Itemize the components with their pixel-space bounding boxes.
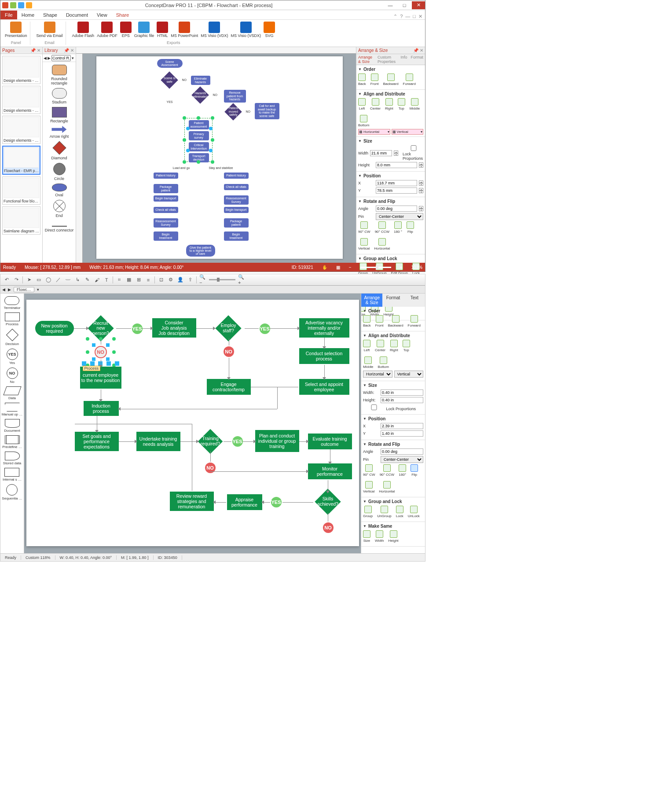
shape-yes[interactable]: YESYes [7, 349, 18, 365]
user-icon[interactable]: 👤 [177, 276, 184, 283]
node-check-vitals-r[interactable]: Check all vitals [224, 184, 249, 190]
zoom-slider[interactable] [360, 267, 391, 268]
shape-decision[interactable]: Decision [5, 329, 19, 346]
minimize-button[interactable]: — [384, 1, 397, 9]
height-down[interactable]: ▾ [419, 165, 423, 168]
shape-document[interactable]: Document [4, 419, 20, 433]
send-email-button[interactable]: Send via Email [37, 22, 63, 38]
drawing-page[interactable]: Scene Assessment Scene is safe NO Elimin… [96, 56, 343, 259]
p2-y-input[interactable] [381, 430, 423, 437]
node-begin-transport-r[interactable]: Begin transport [224, 207, 249, 213]
snap-tool-icon[interactable]: ⌗ [116, 276, 123, 283]
node-set-goals[interactable]: Set goals and performance expectations [75, 432, 119, 451]
inner-max-icon[interactable]: □ [413, 14, 416, 19]
p2-order-backward[interactable]: Backward [388, 315, 403, 327]
props-tab-arrange[interactable]: Arrange & Size [356, 54, 376, 65]
group-button[interactable]: Group [358, 263, 368, 275]
lib-diamond[interactable]: Diamond [51, 141, 67, 160]
align-center-button[interactable]: Center [370, 98, 381, 110]
page-thumb-swimlane-approval[interactable]: Swimlane diagram - Appr… [2, 206, 40, 235]
canvas-area[interactable]: Scene Assessment Scene is safe NO Elimin… [76, 47, 356, 263]
align-right-button[interactable]: Right [385, 98, 393, 110]
lib-arrow-right[interactable]: Arrow right [50, 126, 69, 139]
pointer-tool-icon[interactable]: ➤ [26, 276, 33, 283]
pin-select[interactable]: Center-Center [376, 213, 423, 220]
p2-align-center[interactable]: Center [375, 340, 385, 352]
doc-tab[interactable]: Flowc… [14, 287, 34, 292]
library-search-input[interactable] [51, 55, 71, 61]
ungroup-button[interactable]: UnGroup [372, 263, 386, 275]
p2-tab-text[interactable]: Text [404, 294, 425, 307]
circle-yes-2[interactable]: YES [260, 323, 270, 334]
circle-yes-3[interactable]: YES [232, 436, 243, 447]
align-bottom-button[interactable]: Bottom [358, 115, 369, 127]
p2-unlock[interactable]: UnLock [408, 506, 420, 518]
export-graphic-button[interactable]: Graphic file [134, 22, 154, 38]
p2-lock-proportions[interactable] [363, 404, 385, 410]
height-input[interactable] [376, 162, 417, 168]
p2-horiz-select[interactable]: Horizontal [363, 371, 392, 378]
node-induction[interactable]: Induction process [84, 401, 119, 416]
p2-rot-90ccw[interactable]: 90° CCW [380, 464, 394, 477]
p2-pin-select[interactable]: Center-Center [381, 456, 423, 463]
page-thumb-flow-elements[interactable]: Design elements - Flow c… [2, 56, 40, 84]
order-back-button[interactable]: Back [358, 73, 366, 86]
p2-ms-height[interactable]: Height [388, 530, 398, 543]
export-vsdx-button[interactable]: MS Visio (VSDX) [231, 22, 261, 38]
close-button[interactable]: ✕ [412, 1, 425, 9]
pen-tool-icon[interactable]: ✎ [84, 276, 91, 283]
shape-no[interactable]: NONo [7, 367, 18, 384]
node-recruit[interactable]: Recruit new person? [88, 315, 114, 341]
shape-terminator[interactable]: Terminator [4, 296, 21, 310]
drawing-page-2[interactable]: New position required Recruit new person… [26, 300, 359, 546]
order-backward-button[interactable]: Backward [383, 73, 398, 86]
align-left-button[interactable]: Left [358, 98, 366, 110]
props-pin-icon[interactable]: 📌 ✕ [413, 48, 423, 53]
curve-tool-icon[interactable]: 〰 [64, 276, 71, 283]
zoom-slider-2[interactable] [209, 279, 235, 280]
node-plan-conduct[interactable]: Plan and conduct individual or group tra… [255, 430, 299, 452]
x-input[interactable] [376, 180, 417, 186]
shape-stored-data[interactable]: Stored data [3, 452, 21, 465]
export-svg-button[interactable]: SVG [264, 22, 275, 38]
node-package-patient-r[interactable]: Package patient [224, 218, 249, 228]
p2-group[interactable]: Group [363, 506, 373, 518]
tab-add-icon[interactable]: ▾ [37, 287, 39, 292]
help-icon[interactable]: ? [400, 14, 403, 19]
qat-redo-icon[interactable] [26, 2, 32, 8]
p2-rot-180[interactable]: 180° [399, 464, 406, 477]
circle-no-1[interactable]: NO [224, 346, 234, 357]
circle-no-selected[interactable]: NO [95, 346, 107, 358]
distribute-vertical-select[interactable]: ▦Vertical▾ [392, 129, 424, 135]
node-undertake[interactable]: Undertake training needs analysis [136, 432, 180, 451]
redo-icon[interactable]: ↷ [13, 276, 20, 283]
align-middle-button[interactable]: Middle [410, 98, 420, 110]
maximize-button[interactable]: □ [398, 1, 411, 9]
undo-icon[interactable]: ↶ [3, 276, 10, 283]
node-evaluate[interactable]: Evaluate training outcome [308, 434, 352, 449]
brush-tool-icon[interactable]: 🖌 [93, 276, 100, 283]
node-reassessment-l[interactable]: Reassessment Survey [154, 218, 178, 228]
lib-next-icon[interactable]: ▶ [48, 56, 51, 60]
export-vdx-button[interactable]: MS Visio (VDX) [201, 22, 228, 38]
p2-align-middle[interactable]: Middle [363, 356, 374, 369]
export-flash-button[interactable]: Adobe Flash [72, 22, 95, 38]
node-training-req[interactable]: Training required? [198, 429, 223, 454]
rotate-90cw-button[interactable]: 90° CW [358, 221, 370, 234]
page-thumb-functional-flow[interactable]: Functional flow block diag… [2, 176, 40, 205]
lib-dropdown-icon[interactable]: ▾ [72, 56, 74, 60]
p2-flip-v[interactable]: Vertical [363, 481, 374, 493]
lib-circle[interactable]: Circle [53, 163, 66, 181]
lib-connector[interactable]: Direct connector [45, 220, 74, 232]
flip-button[interactable]: Flip [407, 221, 414, 234]
node-patient-history-l[interactable]: Patient history [154, 173, 178, 179]
export-eps-button[interactable]: EPS [120, 22, 132, 38]
shape-data[interactable]: Data [5, 386, 20, 400]
p2-tab-arrange[interactable]: Arrange & Size [361, 294, 382, 307]
node-scene-assessment[interactable]: Scene Assessment [157, 59, 183, 68]
node-monitor[interactable]: Monitor performance [308, 463, 352, 479]
library-pin-icon[interactable]: 📌 ✕ [64, 48, 74, 53]
shape-manual-op[interactable]: Manual op … [2, 403, 23, 416]
p2-flip[interactable]: Flip [411, 464, 418, 477]
node-remove-patient[interactable]: Remove patient from hazards [224, 90, 246, 103]
